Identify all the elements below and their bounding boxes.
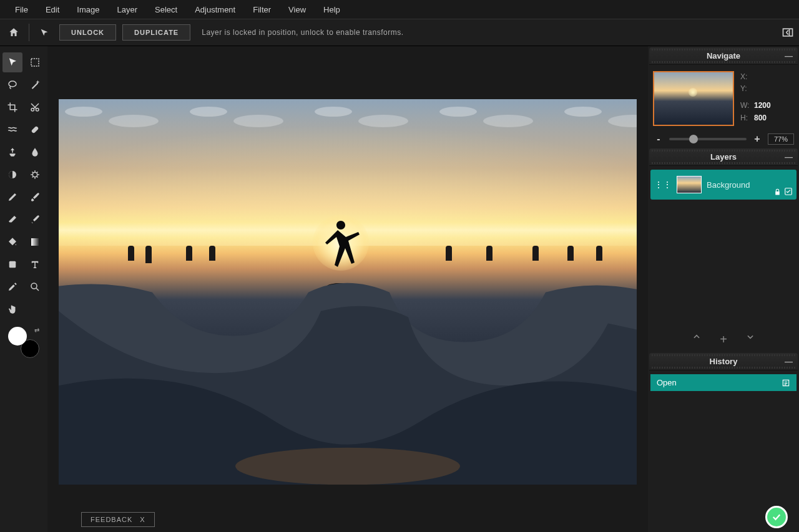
history-title: History: [710, 357, 738, 366]
panels: Navigate — X: Y: W:1200 H:800 - + 77% La…: [648, 46, 799, 532]
dodge-tool[interactable]: [2, 165, 22, 185]
pen-tool[interactable]: [2, 187, 22, 207]
sponge-tool[interactable]: [25, 165, 45, 185]
svg-point-2: [9, 81, 16, 87]
layer-down-icon[interactable]: [746, 332, 755, 347]
navigate-panel: X: Y: W:1200 H:800: [648, 66, 799, 131]
layers-title: Layers: [710, 152, 737, 162]
navigator-thumbnail[interactable]: [653, 71, 734, 126]
feedback-button[interactable]: FEEDBACK X: [81, 512, 155, 527]
add-layer-icon[interactable]: +: [720, 332, 727, 347]
menu-help[interactable]: Help: [315, 1, 349, 18]
nav-h-label: H:: [740, 112, 754, 124]
nav-x-label: X:: [740, 71, 754, 83]
swap-colors-icon[interactable]: ⇄: [34, 327, 39, 334]
nav-h-value: 800: [754, 114, 767, 122]
smudge-tool[interactable]: [25, 210, 45, 230]
text-tool[interactable]: [25, 254, 45, 274]
svg-rect-1: [31, 59, 39, 66]
menu-edit[interactable]: Edit: [37, 1, 68, 18]
clone-tool[interactable]: [2, 142, 22, 162]
lock-icon[interactable]: [773, 188, 782, 196]
menu-image[interactable]: Image: [68, 1, 108, 18]
zoom-in-button[interactable]: +: [752, 133, 763, 145]
zoom-tool[interactable]: [25, 277, 45, 297]
crop-tool[interactable]: [2, 97, 22, 117]
menu-file[interactable]: File: [6, 1, 37, 18]
heal-tool[interactable]: [25, 120, 45, 140]
move-tool-icon[interactable]: [36, 24, 53, 41]
visibility-checkbox[interactable]: [784, 187, 793, 196]
menu-select[interactable]: Select: [146, 1, 186, 18]
toggle-panels-icon[interactable]: [782, 26, 794, 39]
canvas-image[interactable]: [59, 99, 637, 485]
layer-row[interactable]: ⋮⋮ Background: [650, 170, 797, 200]
zoom-value[interactable]: 77%: [768, 133, 794, 145]
nav-y-label: Y:: [740, 83, 754, 95]
navigate-panel-header[interactable]: Navigate —: [649, 47, 798, 65]
layer-thumbnail[interactable]: [677, 176, 702, 193]
feedback-label: FEEDBACK: [91, 516, 132, 523]
blur-tool[interactable]: [25, 142, 45, 162]
canvas-area[interactable]: FEEDBACK X: [47, 46, 648, 532]
svg-rect-5: [31, 126, 39, 134]
menu-view[interactable]: View: [280, 1, 315, 18]
zoom-slider[interactable]: [669, 138, 747, 140]
layer-up-icon[interactable]: [692, 332, 701, 347]
toolbox: ⇄: [0, 46, 47, 532]
navigate-title: Navigate: [707, 51, 740, 60]
svg-point-7: [32, 172, 37, 177]
svg-rect-0: [783, 29, 793, 36]
history-label: Open: [657, 378, 677, 387]
marquee-tool[interactable]: [25, 52, 45, 72]
pointer-tool[interactable]: [2, 52, 22, 72]
color-swatch[interactable]: ⇄: [8, 327, 39, 358]
fill-tool[interactable]: [2, 232, 22, 252]
hand-tool[interactable]: [2, 299, 22, 319]
menu-filter[interactable]: Filter: [244, 1, 280, 18]
layers-panel: ⋮⋮ Background: [648, 167, 799, 327]
svg-rect-8: [31, 238, 39, 246]
duplicate-button[interactable]: DUPLICATE: [122, 24, 190, 41]
zoom-bar: - + 77%: [648, 131, 799, 147]
liquify-tool[interactable]: [2, 120, 22, 140]
collapse-icon[interactable]: —: [785, 152, 793, 162]
layer-controls: +: [648, 327, 799, 352]
history-panel-header[interactable]: History —: [649, 353, 798, 370]
toolbar-message: Layer is locked in position, unlock to e…: [202, 28, 403, 37]
nav-w-label: W:: [740, 100, 754, 112]
svg-point-10: [31, 283, 37, 289]
layer-name[interactable]: Background: [707, 180, 768, 190]
brush-tool[interactable]: [25, 187, 45, 207]
zoom-out-button[interactable]: -: [653, 133, 664, 145]
layers-panel-header[interactable]: Layers —: [649, 148, 798, 166]
home-icon[interactable]: [5, 24, 22, 41]
collapse-icon[interactable]: —: [785, 51, 793, 60]
shape-tool[interactable]: [2, 254, 22, 274]
status-badge[interactable]: [765, 506, 788, 528]
feedback-close-icon[interactable]: X: [140, 516, 145, 523]
menubar: File Edit Image Layer Select Adjustment …: [0, 0, 799, 19]
gradient-tool[interactable]: [25, 232, 45, 252]
menu-layer[interactable]: Layer: [109, 1, 147, 18]
lasso-tool[interactable]: [2, 75, 22, 95]
history-row[interactable]: Open: [650, 374, 797, 391]
eyedropper-tool[interactable]: [2, 277, 22, 297]
drag-handle-icon[interactable]: ⋮⋮: [654, 183, 672, 186]
nav-w-value: 1200: [754, 101, 771, 110]
wand-tool[interactable]: [25, 75, 45, 95]
cutout-tool[interactable]: [25, 97, 45, 117]
svg-rect-9: [9, 261, 16, 268]
eraser-tool[interactable]: [2, 210, 22, 230]
foreground-color[interactable]: [8, 327, 27, 346]
menu-adjustment[interactable]: Adjustment: [186, 1, 244, 18]
history-step-icon: [782, 379, 790, 387]
unlock-button[interactable]: UNLOCK: [59, 24, 116, 41]
collapse-icon[interactable]: —: [785, 357, 793, 366]
svg-point-12: [235, 447, 460, 485]
options-bar: UNLOCK DUPLICATE Layer is locked in posi…: [0, 19, 799, 46]
